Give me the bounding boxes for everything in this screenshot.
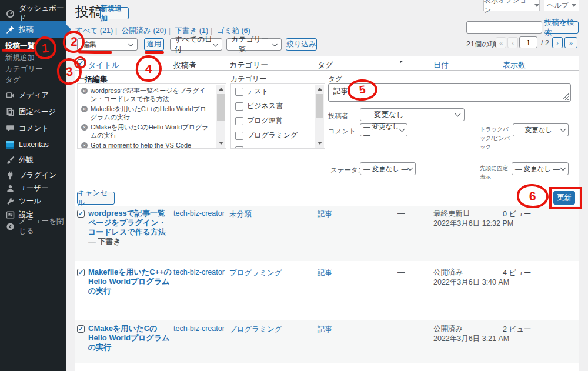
bulk-post-item[interactable]: Got a moment to help the VS Code team? P… <box>78 141 213 149</box>
category-checkbox[interactable] <box>235 146 243 149</box>
sidebar-subitem-tags[interactable]: タグ <box>5 75 66 85</box>
table-row: CMakeを用いたCのHello Worldプログラムの実行 tech-biz-… <box>75 320 579 363</box>
post-title-link[interactable]: wordpressで記事一覧ページをプラグイン・コードレスで作る方法 <box>88 209 166 236</box>
column-header-category: カテゴリー <box>229 60 268 71</box>
bulk-author-select[interactable]: — 変更なし — <box>360 108 465 121</box>
category-option[interactable]: テスト <box>231 84 314 99</box>
sidebar-item-plugins[interactable]: プラグイン <box>0 169 66 182</box>
chevron-down-icon <box>407 165 413 171</box>
view-trash-link[interactable]: ゴミ箱 (6) <box>217 26 250 35</box>
screen-options-tab[interactable]: 表示オプション <box>483 0 540 11</box>
column-header-views[interactable]: 表示数 <box>503 60 526 71</box>
sidebar-item-users[interactable]: ユーザー <box>0 182 66 195</box>
page-title: 投稿 <box>75 3 102 21</box>
sidebar-item-tools[interactable]: ツール <box>0 195 66 208</box>
view-draft-link[interactable]: 下書き (1) <box>175 26 209 35</box>
bulk-comments-value: — 変更なし — <box>363 122 400 138</box>
category-checkbox[interactable] <box>235 117 243 125</box>
sidebar-item-pages[interactable]: 固定ページ <box>0 105 66 118</box>
bulk-post-item[interactable]: wordpressで記事一覧ページをプラグイン・コードレスで作る方法 <box>78 86 213 104</box>
scrollbar-thumb[interactable] <box>316 94 323 118</box>
row-checkbox[interactable] <box>77 325 85 333</box>
view-all-link[interactable]: すべて (21) <box>75 26 113 35</box>
cancel-button[interactable]: キャンセル <box>77 192 115 205</box>
bulk-categories-label: カテゴリー <box>230 74 266 84</box>
sidebar-item-collapse-menu[interactable]: メニューを閉じる <box>0 220 66 233</box>
bulk-comments-select[interactable]: — 変更なし — <box>360 123 407 136</box>
current-page-input[interactable] <box>519 36 537 48</box>
sidebar-item-posts[interactable]: 投稿 <box>0 21 66 38</box>
category-option[interactable]: プログラミング <box>231 128 314 143</box>
author-link[interactable]: tech-biz-creator <box>173 209 225 218</box>
category-option[interactable]: ビジネス書 <box>231 99 314 113</box>
sidebar-item-comments[interactable]: コメント <box>0 122 66 135</box>
tag-link[interactable]: 記事 <box>318 325 332 335</box>
category-link[interactable]: プログラミング <box>229 325 282 335</box>
comments-cell: — <box>397 209 405 218</box>
category-link[interactable]: 未分類 <box>229 209 252 219</box>
table-header-row: タイトル 投稿者 カテゴリー タグ 日付 表示数 <box>75 56 579 71</box>
last-page-button[interactable]: » <box>564 37 577 48</box>
column-header-date[interactable]: 日付 <box>433 60 449 71</box>
category-link[interactable]: プログラミング <box>229 268 282 278</box>
row-checkbox[interactable] <box>77 269 85 276</box>
bulk-post-item[interactable]: Makefileを用いたC++のHello Worldプログラムの実行 <box>78 104 213 122</box>
search-posts-button[interactable]: 投稿を検索 <box>544 21 579 34</box>
post-title-link[interactable]: CMakeを用いたCのHello Worldプログラムの実行 <box>88 324 170 352</box>
bulk-sticky-select[interactable]: — 変更なし — <box>512 162 569 175</box>
sidebar-subitem-categories[interactable]: カテゴリー <box>5 64 66 74</box>
category-option[interactable]: 一アマ <box>231 143 314 149</box>
date-cell: 最終更新日 2022年3月6日 12:32 PM <box>433 209 513 229</box>
sidebar-subitem-add-new[interactable]: 新規追加 <box>5 53 66 63</box>
select-all-checkbox[interactable] <box>77 59 85 67</box>
bulk-tags-textarea[interactable]: 記事, <box>328 83 571 102</box>
remove-post-icon[interactable] <box>81 88 88 94</box>
filter-button[interactable]: 絞り込み <box>286 38 317 51</box>
scroll-up-icon[interactable] <box>219 88 223 91</box>
chevron-down-icon <box>272 41 278 46</box>
category-option[interactable]: ブログ運営 <box>231 113 314 128</box>
tag-link[interactable]: 記事 <box>318 209 332 219</box>
row-checkbox[interactable] <box>77 210 85 218</box>
sidebar-item-media[interactable]: メディア <box>0 89 66 102</box>
category-list-scrollbar[interactable] <box>315 85 324 148</box>
remove-post-icon[interactable] <box>81 106 88 112</box>
category-checkbox[interactable] <box>235 102 243 111</box>
bulk-status-select[interactable]: — 変更なし — <box>360 162 416 175</box>
author-link[interactable]: tech-biz-creator <box>173 325 225 333</box>
remove-post-icon[interactable] <box>81 124 88 131</box>
apply-button[interactable]: 適用 <box>144 38 164 51</box>
tag-link[interactable]: 記事 <box>318 268 332 278</box>
help-tab[interactable]: ヘルプ <box>544 0 579 11</box>
view-published-link[interactable]: 公開済み (20) <box>122 26 166 35</box>
scroll-down-icon[interactable] <box>219 142 223 145</box>
scroll-up-icon[interactable] <box>318 88 322 91</box>
category-filter-value: カテゴリー一覧 <box>231 35 273 55</box>
sidebar-subitem-all-posts[interactable]: 投稿一覧 <box>5 41 66 51</box>
scrollbar-thumb[interactable] <box>217 94 225 121</box>
sidebar-item-luxeritas[interactable]: Luxeritas <box>0 138 66 151</box>
add-new-post-button[interactable]: 新規追加 <box>100 7 129 19</box>
category-filter-select[interactable]: カテゴリー一覧 <box>226 38 282 51</box>
scroll-down-icon[interactable] <box>318 142 322 145</box>
column-header-title[interactable]: タイトル <box>88 60 119 71</box>
next-page-button[interactable]: › <box>552 37 563 48</box>
sidebar-item-dashboard[interactable]: ダッシュボード <box>0 7 66 20</box>
post-title-link[interactable]: Makefileを用いたC++のHello Worldプログラムの実行 <box>88 268 172 295</box>
bulk-trackback-select[interactable]: — 変更なし — <box>513 123 569 136</box>
bulk-action-select[interactable]: 編集 <box>77 38 138 51</box>
category-checkbox[interactable] <box>235 88 243 96</box>
search-posts-input[interactable] <box>466 21 542 34</box>
admin-sidebar: ダッシュボード 投稿 投稿一覧 新規追加 カテゴリー タグ メディア 固定ページ… <box>0 0 66 371</box>
sidebar-item-appearance[interactable]: 外観 <box>0 153 66 166</box>
date-filter-select[interactable]: すべての日付 <box>170 38 222 51</box>
update-button[interactable]: 更新 <box>553 191 575 205</box>
post-list-scrollbar[interactable] <box>216 85 225 148</box>
category-checkbox[interactable] <box>235 132 243 140</box>
bulk-post-item[interactable]: CMakeを用いたCのHello Worldプログラムの実行 <box>78 122 213 141</box>
resize-grip-icon[interactable] <box>563 93 569 100</box>
separator: | <box>115 26 117 35</box>
remove-post-icon[interactable] <box>81 142 88 149</box>
author-link[interactable]: tech-biz-creator <box>173 268 225 276</box>
chevron-down-icon <box>399 126 405 132</box>
